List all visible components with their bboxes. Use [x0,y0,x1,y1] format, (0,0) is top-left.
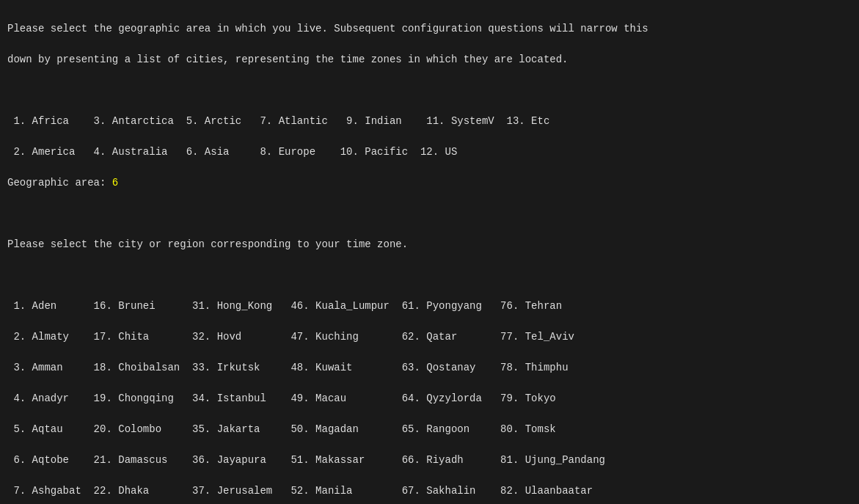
intro-line1: Please select the geographic area in whi… [7,23,648,34]
intro-line2: down by presenting a list of cities, rep… [7,54,569,65]
city-prompt: Please select the city or region corresp… [7,238,408,250]
city-row-2: 2. Almaty 17. Chita 32. Hovd 47. Kuching… [7,331,574,343]
geo-value: 6 [112,177,118,189]
city-row-1: 1. Aden 16. Brunei 31. Hong_Kong 46. Kua… [7,300,562,312]
city-row-3: 3. Amman 18. Choibalsan 33. Irkutsk 48. … [7,362,569,373]
city-row-7: 7. Ashgabat 22. Dhaka 37. Jerusalem 52. … [7,485,593,497]
city-row-5: 5. Aqtau 20. Colombo 35. Jakarta 50. Mag… [7,423,556,435]
terminal-output: Please select the geographic area in whi… [7,6,852,504]
areas-line1: 1. Africa 3. Antarctica 5. Arctic 7. Atl… [7,115,549,127]
areas-line2: 2. America 4. Australia 6. Asia 8. Europ… [7,146,457,158]
city-row-4: 4. Anadyr 19. Chongqing 34. Istanbul 49.… [7,392,556,404]
city-row-6: 6. Aqtobe 21. Damascus 36. Jayapura 51. … [7,454,605,466]
geo-prompt: Geographic area: [7,177,112,189]
